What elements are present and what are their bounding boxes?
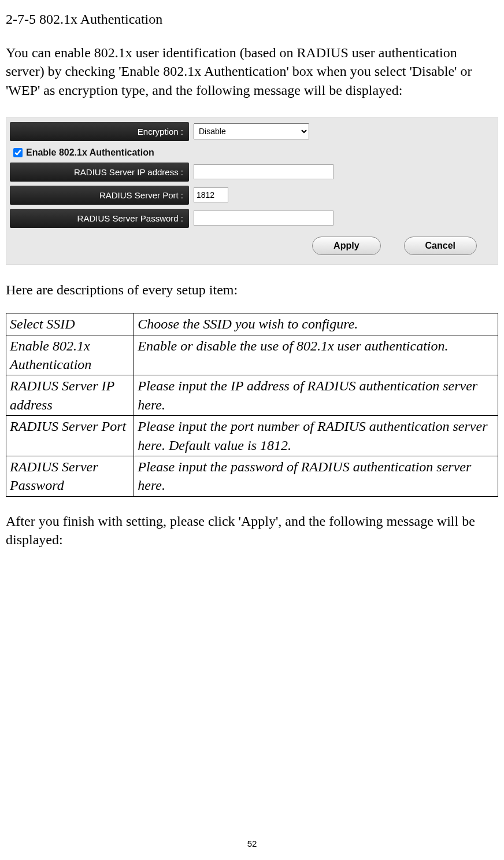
- cancel-button[interactable]: Cancel: [404, 237, 477, 255]
- button-row: Apply Cancel: [10, 231, 494, 255]
- enable-8021x-checkbox[interactable]: [13, 148, 23, 157]
- table-row: RADIUS Server IP address Please input th…: [6, 375, 498, 416]
- table-cell-desc: Please input the password of RADIUS auth…: [134, 456, 498, 496]
- radius-pw-label: RADIUS Server Password :: [10, 209, 189, 228]
- table-cell-name: Select SSID: [6, 313, 134, 335]
- closing-paragraph: After you finish with setting, please cl…: [6, 512, 498, 549]
- encryption-field-area: Disable: [189, 123, 309, 139]
- table-row: Enable 802.1x Authentication Enable or d…: [6, 335, 498, 375]
- encryption-dropdown[interactable]: Disable: [194, 123, 309, 139]
- table-cell-desc: Choose the SSID you wish to configure.: [134, 313, 498, 335]
- table-cell-desc: Enable or disable the use of 802.1x user…: [134, 335, 498, 375]
- config-panel: Encryption : Disable Enable 802.1x Authe…: [6, 117, 498, 265]
- table-cell-name: RADIUS Server IP address: [6, 375, 134, 416]
- apply-button[interactable]: Apply: [312, 237, 380, 255]
- table-row: RADIUS Server Password Please input the …: [6, 456, 498, 496]
- table-row: Select SSID Choose the SSID you wish to …: [6, 313, 498, 335]
- radius-port-input[interactable]: [194, 187, 228, 202]
- intro-paragraph: You can enable 802.1x user identificatio…: [6, 43, 498, 99]
- radius-port-field-area: [189, 187, 228, 202]
- descriptions-heading: Here are descriptions of every setup ite…: [6, 282, 498, 298]
- table-row: RADIUS Server Port Please input the port…: [6, 416, 498, 456]
- descriptions-table: Select SSID Choose the SSID you wish to …: [6, 313, 498, 497]
- table-cell-desc: Please input the IP address of RADIUS au…: [134, 375, 498, 416]
- encryption-label: Encryption :: [10, 122, 189, 141]
- radius-ip-label: RADIUS Server IP address :: [10, 163, 189, 182]
- table-cell-name: RADIUS Server Port: [6, 416, 134, 456]
- table-cell-name: RADIUS Server Password: [6, 456, 134, 496]
- enable-8021x-label: Enable 802.1x Authentication: [26, 147, 154, 158]
- radius-pw-field-area: [189, 211, 333, 226]
- radius-pw-input[interactable]: [194, 211, 333, 226]
- radius-ip-row: RADIUS Server IP address :: [10, 161, 494, 182]
- encryption-row: Encryption : Disable: [10, 121, 494, 142]
- table-cell-desc: Please input the port number of RADIUS a…: [134, 416, 498, 456]
- radius-ip-field-area: [189, 164, 333, 179]
- radius-ip-input[interactable]: [194, 164, 333, 179]
- enable-8021x-row: Enable 802.1x Authentication: [10, 144, 494, 161]
- radius-pw-row: RADIUS Server Password :: [10, 208, 494, 228]
- section-title: 2-7-5 802.1x Authentication: [6, 12, 498, 27]
- radius-port-row: RADIUS Server Port :: [10, 184, 494, 205]
- radius-port-label: RADIUS Server Port :: [10, 186, 189, 205]
- table-cell-name: Enable 802.1x Authentication: [6, 335, 134, 375]
